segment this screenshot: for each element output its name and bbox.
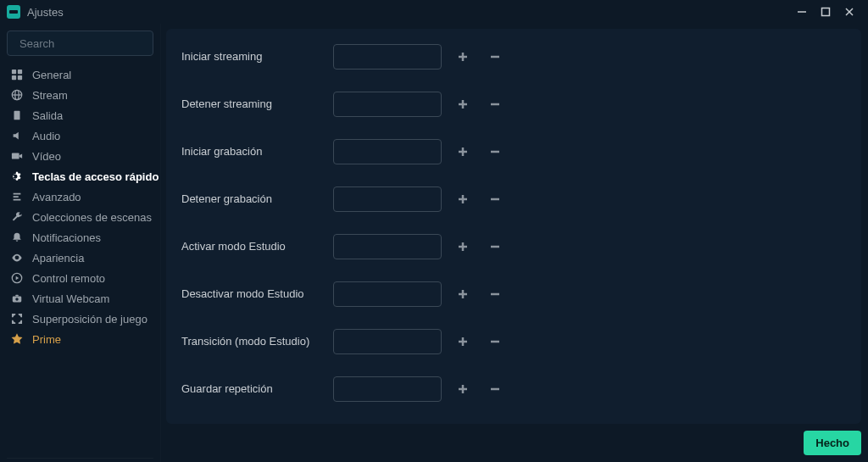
sidebar-item-label: Prime bbox=[32, 333, 61, 346]
sidebar-item-label: Colecciones de escenas bbox=[32, 211, 152, 224]
minus-icon bbox=[489, 336, 501, 348]
search-field-wrap[interactable] bbox=[7, 31, 153, 56]
wrench-icon bbox=[10, 210, 24, 224]
hotkey-row: Detener streaming bbox=[181, 92, 846, 117]
remove-hotkey-button[interactable] bbox=[486, 285, 504, 303]
remove-hotkey-button[interactable] bbox=[486, 237, 504, 256]
maximize-button[interactable] bbox=[814, 2, 837, 22]
sidebar-item-stream[interactable]: Stream bbox=[7, 85, 153, 105]
remove-hotkey-button[interactable] bbox=[486, 190, 504, 209]
hotkey-label: Iniciar streaming bbox=[181, 49, 321, 64]
hotkey-row: Activar modo Estudio bbox=[181, 234, 846, 259]
sidebar-item-label: Salida bbox=[32, 109, 63, 122]
expand-icon bbox=[10, 312, 24, 326]
sidebar-nav: General Stream Salida Audio Vídeo Teclas bbox=[7, 64, 153, 349]
add-hotkey-button[interactable] bbox=[453, 47, 472, 66]
hotkey-input[interactable] bbox=[333, 329, 442, 354]
play-circle-icon bbox=[10, 271, 24, 285]
sidebar-item-appearance[interactable]: Apariencia bbox=[7, 248, 153, 268]
sidebar-item-label: Superposición de juego bbox=[32, 313, 147, 326]
hotkey-row: Detener grabación bbox=[181, 186, 846, 212]
add-hotkey-button[interactable] bbox=[453, 142, 472, 161]
close-button[interactable] bbox=[837, 2, 861, 22]
sidebar-item-label: Control remoto bbox=[32, 272, 105, 285]
hotkey-label: Guardar repetición bbox=[181, 381, 321, 397]
sidebar-item-label: Vídeo bbox=[32, 150, 61, 163]
plus-icon bbox=[457, 288, 469, 300]
hotkey-input[interactable] bbox=[333, 139, 442, 164]
minimize-button[interactable] bbox=[790, 2, 814, 22]
app-icon bbox=[7, 5, 20, 19]
sidebar: General Stream Salida Audio Vídeo Teclas bbox=[0, 24, 161, 462]
add-hotkey-button[interactable] bbox=[453, 285, 472, 303]
window-title: Ajustes bbox=[27, 6, 64, 19]
plus-icon bbox=[457, 51, 469, 63]
remove-hotkey-button[interactable] bbox=[486, 47, 504, 66]
hotkey-input[interactable] bbox=[333, 234, 442, 259]
plus-icon bbox=[457, 98, 469, 110]
hotkey-row: Iniciar grabación bbox=[181, 139, 846, 164]
add-hotkey-button[interactable] bbox=[453, 95, 472, 114]
hotkey-label: Detener streaming bbox=[181, 97, 321, 112]
hotkey-label: Desactivar modo Estudio bbox=[181, 287, 321, 302]
sidebar-item-notifications[interactable]: Notificaciones bbox=[7, 227, 153, 248]
sidebar-item-label: Notificaciones bbox=[32, 231, 101, 244]
remove-hotkey-button[interactable] bbox=[486, 95, 504, 114]
svg-rect-7 bbox=[12, 75, 16, 80]
video-icon bbox=[10, 149, 24, 163]
hotkeys-panel: Iniciar streamingDetener streamingInicia… bbox=[166, 29, 861, 424]
sidebar-item-advanced[interactable]: Avanzado bbox=[7, 186, 153, 207]
bell-icon bbox=[10, 231, 24, 244]
sidebar-item-game-overlay[interactable]: Superposición de juego bbox=[7, 309, 153, 329]
plus-icon bbox=[457, 146, 469, 158]
hotkey-row: Desactivar modo Estudio bbox=[181, 281, 846, 307]
hotkey-row: Iniciar streaming bbox=[181, 44, 846, 70]
done-button[interactable]: Hecho bbox=[804, 431, 861, 455]
minus-icon bbox=[489, 146, 501, 158]
grid-icon bbox=[10, 68, 24, 81]
hotkey-input[interactable] bbox=[333, 376, 442, 402]
add-hotkey-button[interactable] bbox=[453, 380, 472, 398]
sidebar-item-audio[interactable]: Audio bbox=[7, 125, 153, 146]
sidebar-item-prime[interactable]: Prime bbox=[7, 329, 153, 349]
add-hotkey-button[interactable] bbox=[453, 332, 472, 351]
hotkey-label: Detener grabación bbox=[181, 192, 321, 207]
hotkey-input[interactable] bbox=[333, 92, 442, 117]
sidebar-item-output[interactable]: Salida bbox=[7, 105, 153, 125]
minus-icon bbox=[489, 51, 501, 63]
sidebar-item-hotkeys[interactable]: Teclas de acceso rápido bbox=[7, 166, 153, 186]
hotkey-input[interactable] bbox=[333, 44, 442, 70]
svg-rect-13 bbox=[12, 153, 19, 159]
minus-icon bbox=[489, 288, 501, 300]
plus-icon bbox=[457, 193, 469, 205]
hotkey-label: Transición (modo Estudio) bbox=[181, 334, 321, 349]
sidebar-item-general[interactable]: General bbox=[7, 64, 153, 85]
remove-hotkey-button[interactable] bbox=[486, 332, 504, 351]
sidebar-item-label: General bbox=[32, 69, 71, 81]
sidebar-item-virtual-webcam[interactable]: Virtual Webcam bbox=[7, 288, 153, 309]
eye-icon bbox=[10, 251, 24, 264]
svg-rect-0 bbox=[9, 10, 18, 14]
sidebar-item-scene-collections[interactable]: Colecciones de escenas bbox=[7, 207, 153, 227]
globe-icon bbox=[10, 88, 24, 102]
add-hotkey-button[interactable] bbox=[453, 190, 472, 209]
sidebar-item-label: Teclas de acceso rápido bbox=[32, 170, 159, 183]
sidebar-item-label: Audio bbox=[32, 130, 60, 142]
remove-hotkey-button[interactable] bbox=[486, 142, 504, 161]
remove-hotkey-button[interactable] bbox=[486, 380, 504, 398]
sliders-icon bbox=[10, 190, 24, 203]
hotkey-label: Activar modo Estudio bbox=[181, 239, 321, 254]
svg-rect-8 bbox=[18, 75, 22, 80]
content: Iniciar streamingDetener streamingInicia… bbox=[161, 24, 868, 462]
sidebar-item-remote-control[interactable]: Control remoto bbox=[7, 268, 153, 288]
hotkey-input[interactable] bbox=[333, 281, 442, 307]
minus-icon bbox=[489, 383, 501, 395]
search-input[interactable] bbox=[19, 37, 162, 50]
sidebar-item-video[interactable]: Vídeo bbox=[7, 146, 153, 166]
add-hotkey-button[interactable] bbox=[453, 237, 472, 256]
hotkey-input[interactable] bbox=[333, 186, 442, 212]
minus-icon bbox=[489, 241, 501, 253]
svg-point-16 bbox=[15, 298, 19, 301]
titlebar: Ajustes bbox=[0, 0, 868, 24]
volume-icon bbox=[10, 129, 24, 142]
